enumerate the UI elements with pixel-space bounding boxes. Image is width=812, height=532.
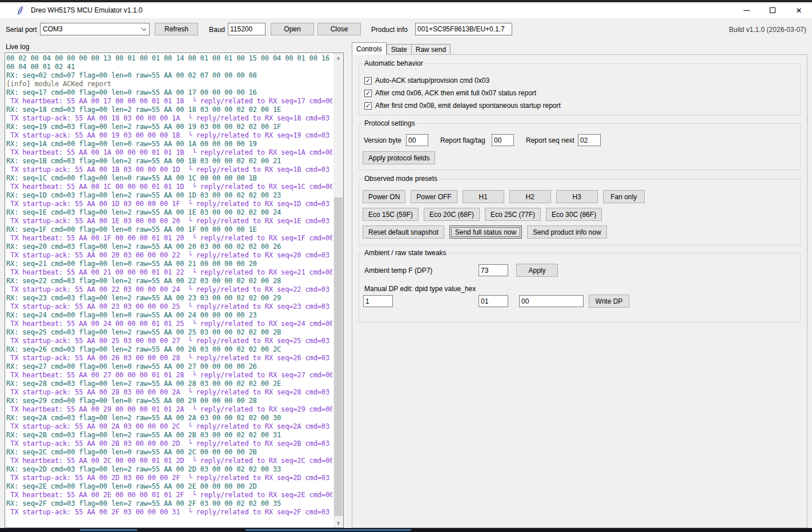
maximize-button[interactable]: [759, 2, 786, 18]
titlebar[interactable]: Dreo WH517S MCU Emulator v1.1.0 ✕: [0, 2, 812, 18]
log-line: RX: seq=22 cmd=03 flag=00 len=2 raw=55 A…: [6, 277, 332, 285]
tab-controls[interactable]: Controls: [352, 42, 387, 55]
log-line: TX heartbeat: 55 AA 00 27 00 00 00 01 01…: [6, 371, 332, 380]
ambient-temp-input[interactable]: [479, 264, 508, 276]
log-line: RX: seq=23 cmd=03 flag=00 len=2 raw=55 A…: [6, 294, 332, 303]
checkbox-row[interactable]: ✓Auto-ACK startup/provision cmd 0x03: [364, 76, 489, 85]
log-line: RX: seq=24 cmd=00 flag=00 len=0 raw=55 A…: [6, 311, 332, 320]
checkbox[interactable]: ✓: [364, 77, 372, 84]
log-line: TX startup-ack: 55 AA 00 19 03 00 00 00 …: [6, 131, 332, 140]
manual-dp-label: Manual DP edit: dpid type value_hex: [364, 285, 476, 293]
log-line: RX: seq=2A cmd=03 flag=00 len=2 raw=55 A…: [6, 414, 332, 422]
log-line: RX: seq=28 cmd=03 flag=00 len=2 raw=55 A…: [6, 380, 332, 388]
report-seq-label: Report seq next: [526, 136, 574, 144]
report-seq-input[interactable]: [578, 134, 601, 146]
minimize-button[interactable]: [733, 2, 759, 18]
checkbox-row[interactable]: ✓After first cmd 0x08, emit delayed spon…: [364, 101, 561, 110]
scroll-down-icon[interactable]: ∨: [333, 518, 343, 527]
open-button[interactable]: Open: [271, 23, 314, 35]
log-line: TX startup-ack: 55 AA 00 22 03 00 00 00 …: [6, 285, 332, 294]
ambient-apply-button[interactable]: Apply: [516, 264, 558, 277]
log-line: RX: seq=1E cmd=03 flag=00 len=2 raw=55 A…: [6, 208, 332, 217]
right-notebook: Controls State Raw send Automatic behavi…: [352, 42, 807, 528]
log-line: TX startup-ack: 55 AA 00 28 03 00 00 00 …: [6, 388, 332, 397]
preset-button[interactable]: Eco 30C (86F): [546, 208, 602, 221]
baud-label: Baud: [209, 26, 225, 34]
dpid-input[interactable]: [363, 295, 393, 307]
preset-button[interactable]: Eco 25C (77F): [485, 208, 541, 221]
write-dp-button[interactable]: Write DP: [589, 295, 629, 308]
log-line: TX startup-ack: 55 AA 00 2F 03 00 00 00 …: [6, 508, 332, 517]
log-line: 00 02 00 04 00 00 00 00 13 00 01 00 01 0…: [6, 54, 332, 63]
feather-icon: [16, 5, 25, 15]
log-line: 00 04 00 01 02 41: [6, 63, 332, 71]
preset-button[interactable]: Eco 20C (68F): [424, 208, 480, 221]
log-line: RX: seq=20 cmd=03 flag=00 len=2 raw=55 A…: [6, 243, 332, 251]
checkbox-row[interactable]: ✓After cmd 0x06, ACK then emit full 0x07…: [364, 88, 536, 98]
log-line: TX startup-ack: 55 AA 00 1D 03 00 00 00 …: [6, 200, 332, 208]
preset-button[interactable]: Reset default snapshot: [363, 225, 444, 239]
report-flag-input[interactable]: [492, 134, 514, 146]
preset-button[interactable]: Send product info now: [527, 225, 606, 239]
close-port-button[interactable]: Close: [317, 23, 361, 35]
tab-raw-send[interactable]: Raw send: [412, 44, 451, 55]
serial-port-combobox[interactable]: COM3: [40, 23, 150, 35]
preset-button[interactable]: Power OFF: [411, 190, 457, 203]
chevron-down-icon: [141, 26, 146, 31]
checkbox[interactable]: ✓: [364, 102, 372, 110]
tab-bar: Controls State Raw send: [352, 42, 451, 55]
version-byte-label: Version byte: [364, 136, 401, 144]
preset-button[interactable]: H1: [463, 190, 504, 203]
presets-row1: Power ONPower OFFH1H2H3Fan only: [363, 190, 645, 203]
log-line: RX: seq=2B cmd=03 flag=00 len=2 raw=55 A…: [6, 431, 332, 440]
ambient-temp-label: Ambient temp F (DP7): [364, 267, 432, 275]
preset-button[interactable]: Eco 15C (59F): [363, 208, 419, 221]
log-line: [info] module ACKed report: [6, 80, 332, 88]
log-line: RX: seq=1D cmd=03 flag=00 len=2 raw=55 A…: [6, 191, 332, 200]
checkbox-label: After cmd 0x06, ACK then emit full 0x07 …: [375, 89, 536, 97]
dp-value-hex-input[interactable]: [519, 295, 584, 307]
log-line: RX: seq=27 cmd=00 flag=00 len=0 raw=55 A…: [6, 362, 332, 371]
protocol-settings-group: Protocol settings Version byte Report fl…: [359, 123, 801, 170]
log-line: RX: seq=21 cmd=00 flag=00 len=0 raw=55 A…: [6, 260, 332, 268]
log-line: RX: seq=25 cmd=03 flag=00 len=2 raw=55 A…: [6, 328, 332, 337]
scroll-up-icon[interactable]: ∧: [333, 53, 343, 63]
minimize-icon: [743, 10, 750, 11]
preset-button[interactable]: H3: [556, 190, 598, 203]
log-line: RX: seq=1C cmd=00 flag=00 len=0 raw=55 A…: [6, 174, 332, 183]
preset-button[interactable]: Send full status now: [449, 225, 522, 239]
apply-protocol-fields-button[interactable]: Apply protocol fields: [363, 151, 435, 164]
log-line: TX heartbeat: 55 AA 00 17 00 00 00 01 01…: [6, 97, 332, 106]
report-flag-label: Report flag/tag: [440, 136, 485, 144]
product-info-input[interactable]: [415, 23, 512, 35]
preset-button[interactable]: H2: [509, 190, 551, 203]
presets-row3: Reset default snapshotSend full status n…: [363, 225, 607, 239]
app-window: Dreo WH517S MCU Emulator v1.1.0 ✕ Serial…: [0, 0, 812, 532]
log-line: TX heartbeat: 55 AA 00 21 00 00 00 01 01…: [6, 268, 332, 277]
checkbox[interactable]: ✓: [364, 90, 372, 97]
refresh-button[interactable]: Refresh: [155, 23, 198, 35]
ambient-tweaks-title: Ambient / raw state tweaks: [363, 249, 448, 257]
baud-input[interactable]: [228, 23, 266, 35]
log-line: RX: seq=2D cmd=03 flag=00 len=2 raw=55 A…: [6, 465, 332, 474]
window-title: Dreo WH517S MCU Emulator v1.1.0: [31, 6, 142, 14]
log-line: RX: seq=19 cmd=03 flag=00 len=2 raw=55 A…: [6, 123, 332, 131]
log-line: TX heartbeat: 55 AA 00 1F 00 00 00 01 01…: [6, 234, 332, 243]
log-line: TX heartbeat: 55 AA 00 2E 00 00 00 01 01…: [6, 491, 332, 499]
log-line: TX startup-ack: 55 AA 00 2B 03 00 00 00 …: [6, 440, 332, 448]
log-line: RX: seq=29 cmd=00 flag=00 len=0 raw=55 A…: [6, 397, 332, 405]
serial-port-value: COM3: [43, 25, 63, 33]
dp-type-input[interactable]: [479, 295, 508, 307]
close-button[interactable]: ✕: [786, 2, 812, 18]
log-line: TX heartbeat: 55 AA 00 1A 00 00 00 01 01…: [6, 148, 332, 157]
live-log-text[interactable]: 00 02 00 04 00 00 00 00 13 00 01 00 01 0…: [6, 54, 332, 526]
scrollbar-thumb[interactable]: [334, 198, 343, 516]
log-line: TX heartbeat: 55 AA 00 29 00 00 00 01 01…: [6, 405, 332, 414]
tab-state[interactable]: State: [387, 44, 412, 55]
preset-button[interactable]: Power ON: [363, 190, 405, 203]
observed-mode-presets-title: Observed mode presets: [363, 175, 439, 183]
preset-button[interactable]: Fan only: [603, 190, 645, 203]
log-line: RX: seq=1A cmd=00 flag=00 len=0 raw=55 A…: [6, 140, 332, 148]
log-scrollbar[interactable]: ∧ ∨: [333, 53, 343, 527]
version-byte-input[interactable]: [406, 134, 428, 146]
